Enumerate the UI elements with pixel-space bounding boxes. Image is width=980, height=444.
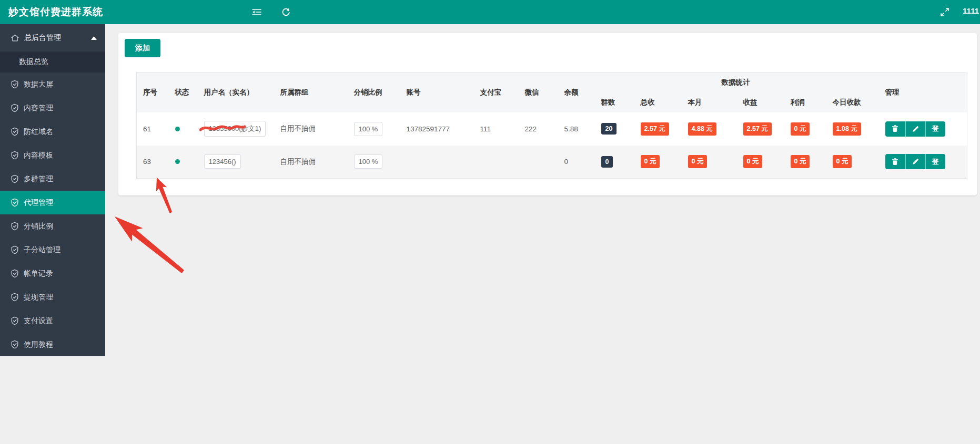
sidebar-group-admin[interactable]: 总后台管理 bbox=[0, 24, 105, 51]
sidebar-item-label: 内容管理 bbox=[24, 104, 53, 113]
profit-badge: 0 元 bbox=[791, 122, 810, 136]
sidebar-item-11[interactable]: 支付设置 bbox=[0, 309, 105, 333]
total-income-badge: 0 元 bbox=[641, 155, 660, 168]
chevron-up-icon bbox=[91, 36, 97, 40]
cell-seq: 63 bbox=[137, 146, 169, 179]
table-row: 61 13855000(妙文1) 自用不抽佣 100 % bbox=[137, 112, 967, 146]
cell-seq: 61 bbox=[137, 112, 169, 146]
sidebar-item-4[interactable]: 内容模板 bbox=[0, 143, 105, 167]
sidebar-item-label: 数据大屏 bbox=[24, 80, 53, 89]
sidebar-item-label: 数据总览 bbox=[19, 57, 48, 67]
col-profit-share: 收益 bbox=[737, 92, 784, 112]
cell-alipay bbox=[474, 146, 519, 179]
today-income-badge: 1.08 元 bbox=[833, 122, 861, 136]
col-group-stats: 数据统计 bbox=[595, 73, 879, 92]
delete-button[interactable] bbox=[885, 154, 905, 169]
shield-check-icon bbox=[11, 340, 19, 349]
sidebar-item-2[interactable]: 内容管理 bbox=[0, 96, 105, 120]
col-ratio: 分销比例 bbox=[348, 73, 400, 112]
sidebar-item-8[interactable]: 子分站管理 bbox=[0, 238, 105, 262]
edit-button[interactable] bbox=[905, 154, 925, 169]
sidebar-item-label: 支付设置 bbox=[24, 316, 53, 326]
pencil-icon bbox=[912, 126, 919, 132]
shield-check-icon bbox=[11, 269, 19, 278]
shield-check-icon bbox=[11, 198, 19, 207]
sidebar-item-10[interactable]: 提现管理 bbox=[0, 285, 105, 309]
top-header-bar: 妙文馆付费进群系统 1111 bbox=[0, 0, 980, 24]
agents-table: 序号 状态 用户名（实名） 所属群组 分销比例 账号 支付宝 微信 余额 数据统… bbox=[136, 72, 967, 179]
pencil-icon bbox=[912, 158, 919, 165]
total-income-badge: 2.57 元 bbox=[641, 122, 669, 136]
ratio-box[interactable]: 100 % bbox=[354, 122, 383, 136]
sidebar-item-9[interactable]: 帐单记录 bbox=[0, 262, 105, 285]
cell-wechat: 222 bbox=[519, 112, 558, 146]
sidebar-item-label: 提现管理 bbox=[24, 293, 53, 302]
add-button[interactable]: 添加 bbox=[125, 39, 160, 57]
sidebar-item-3[interactable]: 防红域名 bbox=[0, 120, 105, 143]
month-income-badge: 4.88 元 bbox=[688, 122, 716, 136]
groups-count-badge: 20 bbox=[601, 123, 617, 135]
sidebar-item-1[interactable]: 数据大屏 bbox=[0, 73, 105, 96]
sidebar-item-label: 使用教程 bbox=[24, 340, 53, 349]
shield-check-icon bbox=[11, 104, 19, 112]
shield-check-icon bbox=[11, 316, 19, 325]
login-as-button[interactable]: 登 bbox=[925, 121, 945, 137]
sidebar-item-7[interactable]: 分销比例 bbox=[0, 214, 105, 238]
profit-share-badge: 0 元 bbox=[743, 155, 763, 168]
login-as-button[interactable]: 登 bbox=[925, 154, 945, 169]
col-account: 账号 bbox=[400, 73, 474, 112]
trash-icon bbox=[892, 158, 898, 166]
profit-share-badge: 2.57 元 bbox=[743, 122, 772, 136]
col-manage: 管理 bbox=[879, 73, 967, 112]
sidebar-item-6[interactable]: 代理管理 bbox=[0, 191, 105, 214]
fold-sidebar-icon[interactable] bbox=[251, 7, 262, 17]
sidebar-item-label: 分销比例 bbox=[24, 222, 53, 231]
refresh-icon[interactable] bbox=[280, 7, 291, 17]
delete-button[interactable] bbox=[885, 121, 905, 137]
sidebar-item-label: 内容模板 bbox=[24, 151, 53, 160]
username-text: 13855000(妙文1) bbox=[209, 125, 261, 132]
shield-check-icon bbox=[11, 151, 19, 160]
col-wechat: 微信 bbox=[519, 73, 558, 112]
shield-check-icon bbox=[11, 80, 19, 89]
today-income-badge: 0 元 bbox=[833, 155, 852, 168]
ratio-box[interactable]: 100 % bbox=[354, 154, 383, 169]
shield-check-icon bbox=[11, 293, 19, 302]
edit-button[interactable] bbox=[905, 121, 925, 137]
shield-check-icon bbox=[11, 174, 19, 183]
fullscreen-icon[interactable] bbox=[939, 7, 950, 17]
table-row: 63 123456() 自用不抽佣 100 % 0 0 0 元 0 元 0 元 bbox=[137, 146, 967, 179]
sidebar-item-5[interactable]: 多群管理 bbox=[0, 167, 105, 191]
col-group: 所属群组 bbox=[274, 73, 348, 112]
shield-check-icon bbox=[11, 245, 19, 254]
app-title: 妙文馆付费进群系统 bbox=[8, 5, 103, 19]
manage-buttons: 登 bbox=[885, 121, 945, 137]
sidebar-nav: 总后台管理 数据总览 数据大屏内容管理防红域名内容模板多群管理代理管理分销比例子… bbox=[0, 24, 105, 356]
status-dot bbox=[175, 127, 180, 131]
month-income-badge: 0 元 bbox=[688, 155, 708, 168]
sidebar-item-label: 多群管理 bbox=[24, 174, 53, 184]
home-icon bbox=[11, 34, 19, 42]
cell-balance: 5.88 bbox=[558, 112, 595, 146]
col-balance: 余额 bbox=[558, 73, 595, 112]
cell-balance: 0 bbox=[558, 146, 595, 179]
username-box[interactable]: 13855000(妙文1) bbox=[204, 121, 266, 137]
col-status: 状态 bbox=[169, 73, 198, 112]
status-dot bbox=[175, 159, 180, 164]
sidebar-item-12[interactable]: 使用教程 bbox=[0, 333, 105, 356]
sidebar-item-label: 子分站管理 bbox=[24, 245, 60, 255]
sidebar-item-label: 防红域名 bbox=[24, 127, 53, 137]
cell-account bbox=[400, 146, 474, 179]
main-content: 添加 序号 状态 用户名（实名） 所属群组 分销比例 账号 bbox=[105, 24, 980, 444]
sidebar-item-label: 帐单记录 bbox=[24, 269, 53, 278]
profit-badge: 0 元 bbox=[791, 155, 810, 168]
col-alipay: 支付宝 bbox=[474, 73, 519, 112]
user-menu[interactable]: 1111 bbox=[963, 6, 979, 15]
content-card: 添加 序号 状态 用户名（实名） 所属群组 分销比例 账号 bbox=[118, 33, 977, 195]
shield-check-icon bbox=[11, 127, 19, 136]
trash-icon bbox=[892, 125, 898, 132]
col-total-income: 总收 bbox=[634, 92, 682, 112]
cell-group: 自用不抽佣 bbox=[274, 112, 348, 146]
sidebar-item-data-overview[interactable]: 数据总览 bbox=[0, 51, 105, 73]
username-box[interactable]: 123456() bbox=[204, 154, 241, 169]
